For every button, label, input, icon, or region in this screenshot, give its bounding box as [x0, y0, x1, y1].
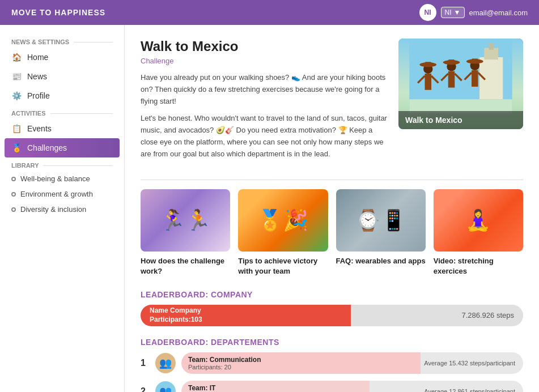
events-icon: 📋 — [11, 123, 22, 134]
svg-rect-12 — [448, 71, 455, 88]
bullet-dot — [11, 192, 16, 197]
dept-rank-1: 1 — [141, 358, 150, 368]
dept-avg-1: Average 15.432 steps/participant — [424, 360, 515, 367]
card-image-1: 🏃‍♀️🏃 — [141, 189, 230, 252]
library-item-environment[interactable]: Environment & growth — [0, 186, 124, 202]
sidebar-item-news[interactable]: 📰 News — [0, 67, 124, 86]
challenge-text: Walk to Mexico Challenge Have you alread… — [141, 39, 387, 166]
svg-rect-16 — [449, 59, 455, 63]
challenge-badge: Challenge — [141, 57, 387, 65]
dept-team-name-1: Team: Communication — [188, 356, 261, 364]
main-content: Walk to Mexico Challenge Have you alread… — [125, 25, 539, 392]
dept-team-name-2: Team: IT — [188, 384, 231, 392]
dept-avatar-1: 👥 — [155, 353, 176, 373]
bullet-dot — [11, 177, 16, 181]
content-divider — [141, 180, 523, 180]
news-icon: 📰 — [11, 71, 22, 82]
home-icon: 🏠 — [11, 52, 22, 62]
header-right: NI NI ▼ email@email.com — [419, 4, 528, 21]
challenge-header: Walk to Mexico Challenge Have you alread… — [141, 39, 523, 166]
library-wellbeing-label: Well-being & balance — [20, 174, 90, 183]
library-diversity-label: Diversity & inclusion — [20, 205, 86, 214]
dropdown-label: NI — [445, 8, 452, 16]
card-how-challenge[interactable]: 🏃‍♀️🏃 How does the challenge work? — [141, 189, 230, 276]
challenge-image: Walk to Mexico — [398, 39, 523, 129]
dept-bar-container-1: Team: Communication Participants: 20 Ave… — [181, 352, 523, 374]
card-label-4: Video: stretching exercices — [434, 256, 523, 276]
card-label-2: Tips to achieve victory with your team — [238, 256, 328, 276]
company-bar-filled: Name Company Participants:103 — [141, 305, 351, 326]
company-bar-name: Name Company Participants:103 — [150, 306, 202, 324]
sidebar-item-profile[interactable]: ⚙️ Profile — [0, 86, 124, 105]
card-label-1: How does the challenge work? — [141, 256, 230, 276]
dept-participants-1: Participants: 20 — [188, 364, 261, 370]
sidebar-item-home[interactable]: 🏠 Home — [0, 48, 124, 67]
card-figure-4: 🧘‍♀️ — [434, 189, 523, 252]
svg-rect-3 — [489, 43, 494, 50]
dept-bar-empty-1: Average 15.432 steps/participant — [421, 352, 523, 374]
dept-avatar-2: 👥 — [155, 381, 176, 392]
svg-rect-18 — [472, 70, 478, 87]
library-item-diversity[interactable]: Diversity & inclusion — [0, 202, 124, 217]
leaderboard-dept-title: LEADERBOARD: DEPARTEMENTS — [141, 338, 523, 347]
library-environment-label: Environment & growth — [20, 190, 93, 198]
bullet-dot — [11, 207, 16, 212]
company-name: Name Company — [150, 306, 202, 316]
app-logo: MOVE TO HAPPINESS — [11, 8, 105, 17]
sidebar-item-events-label: Events — [27, 124, 52, 133]
dept-row-1: 1 👥 Team: Communication Participants: 20… — [141, 352, 523, 374]
language-dropdown[interactable]: NI ▼ — [441, 7, 465, 18]
dept-row-2: 2 👥 Team: IT Participants: 10 Average 12… — [141, 381, 523, 392]
card-image-3: ⌚📱 — [336, 189, 426, 252]
sidebar: NEWS & SETTINGS 🏠 Home 📰 News ⚙️ Profile… — [0, 25, 125, 392]
card-video-stretching[interactable]: 🧘‍♀️ Video: stretching exercices — [434, 189, 523, 276]
dept-bar-container-2: Team: IT Participants: 10 Average 12.861… — [181, 381, 523, 392]
main-layout: NEWS & SETTINGS 🏠 Home 📰 News ⚙️ Profile… — [0, 25, 539, 392]
card-tips-victory[interactable]: 🏅🎉 Tips to achieve victory with your tea… — [238, 189, 328, 276]
dept-bar-info-2: Team: IT Participants: 10 — [188, 384, 231, 392]
challenge-title: Walk to Mexico — [141, 39, 387, 54]
sidebar-item-news-label: News — [27, 72, 47, 81]
profile-icon: ⚙️ — [11, 91, 22, 101]
svg-rect-22 — [472, 58, 478, 62]
section-library: LIBRARY — [0, 157, 124, 171]
challenge-description-2: Let's be honest. Who wouldn't want to tr… — [141, 113, 387, 160]
company-bar-empty: 7.286.926 steps — [351, 305, 523, 326]
dept-rank-2: 2 — [141, 386, 150, 392]
card-faq-wearables[interactable]: ⌚📱 FAQ: wearables and apps — [336, 189, 426, 276]
challenge-description-1: Have you already put on your walking sho… — [141, 72, 387, 107]
card-image-2: 🏅🎉 — [238, 189, 328, 252]
sidebar-item-events[interactable]: 📋 Events — [0, 119, 124, 138]
card-figure-1: 🏃‍♀️🏃 — [141, 189, 230, 252]
sidebar-item-profile-label: Profile — [27, 91, 50, 100]
dept-bar-filled-2: Team: IT Participants: 10 — [181, 381, 370, 392]
dept-bar-info-1: Team: Communication Participants: 20 — [188, 356, 261, 370]
company-participants: Participants:103 — [150, 316, 202, 325]
section-activities: ACTIVITIES — [0, 105, 124, 119]
cards-grid: 🏃‍♀️🏃 How does the challenge work? 🏅🎉 Ti… — [141, 189, 523, 276]
dept-avg-2: Average 12.861 steps/participant — [424, 388, 515, 392]
card-label-3: FAQ: wearables and apps — [336, 256, 426, 266]
company-steps: 7.286.926 steps — [461, 311, 514, 319]
leaderboard-company-bar: Name Company Participants:103 7.286.926 … — [141, 305, 523, 326]
card-image-4: 🧘‍♀️ — [434, 189, 523, 252]
sidebar-item-challenges[interactable]: 🏅 Challenges — [5, 138, 120, 157]
sidebar-item-challenges-label: Challenges — [27, 143, 67, 152]
card-figure-3: ⌚📱 — [336, 189, 426, 252]
sidebar-item-home-label: Home — [27, 53, 48, 62]
challenges-icon: 🏅 — [11, 143, 22, 153]
challenge-image-label: Walk to Mexico — [398, 111, 523, 129]
card-figure-2: 🏅🎉 — [238, 189, 328, 252]
library-item-wellbeing[interactable]: Well-being & balance — [0, 171, 124, 186]
dept-bar-filled-1: Team: Communication Participants: 20 — [181, 352, 421, 374]
user-avatar: NI — [419, 4, 436, 21]
dept-bar-empty-2: Average 12.861 steps/participant — [370, 381, 523, 392]
section-news-settings: NEWS & SETTINGS — [0, 34, 124, 48]
leaderboard-company-title: LEADERBOARD: COMPANY — [141, 290, 523, 299]
user-email: email@email.com — [469, 8, 528, 17]
chevron-down-icon: ▼ — [454, 8, 461, 16]
header: MOVE TO HAPPINESS NI NI ▼ email@email.co… — [0, 0, 539, 25]
svg-rect-10 — [425, 62, 431, 66]
svg-rect-6 — [425, 74, 431, 90]
